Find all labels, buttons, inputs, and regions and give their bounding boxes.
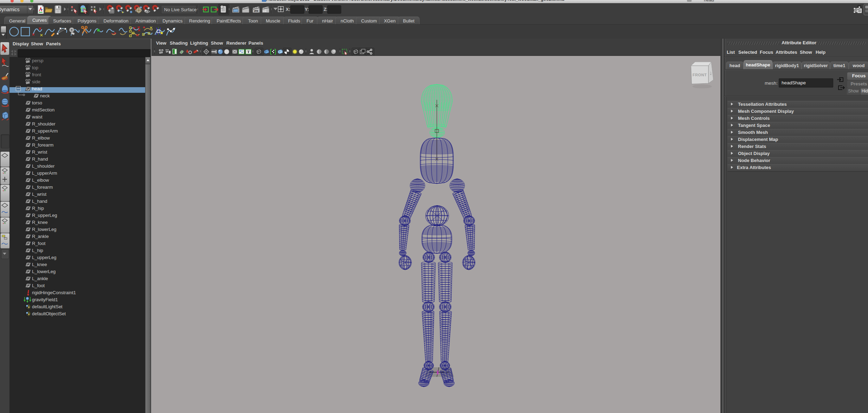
svg-text:T: T (247, 50, 250, 54)
svg-text:IPR: IPR (254, 10, 258, 12)
